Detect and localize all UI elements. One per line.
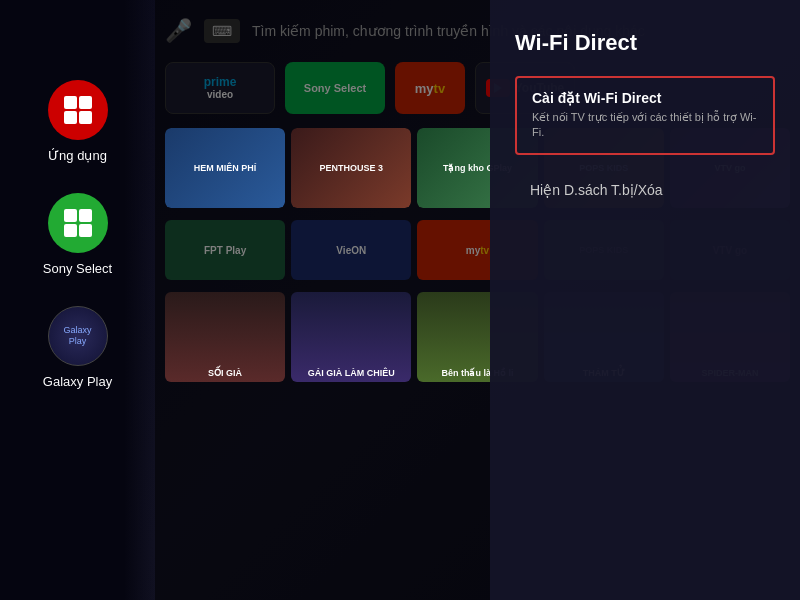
sony-select-tile[interactable]: Sony Select — [285, 62, 385, 114]
grid-icon — [64, 96, 92, 124]
content-card-1[interactable]: HEM MIÊN PHÍ — [165, 128, 285, 208]
prime-video-tile[interactable]: prime video — [165, 62, 275, 114]
mic-icon[interactable]: 🎤 — [165, 18, 192, 44]
galaxy-icon-text: GalaxyPlay — [63, 325, 91, 347]
wifi-panel-title: Wi-Fi Direct — [515, 30, 775, 56]
fpt-play-tile[interactable]: FPT Play — [165, 220, 285, 280]
sidebar-item-sony[interactable]: Sony Select — [43, 193, 112, 276]
sidebar-item-apps[interactable]: Ứng dụng — [48, 80, 108, 163]
movie-label-1: SỐI GIÀ — [208, 368, 242, 378]
keyboard-icon[interactable]: ⌨ — [204, 19, 240, 43]
sony-icon — [48, 193, 108, 253]
wifi-option-setup[interactable]: Cài đặt Wi-Fi Direct Kết nối TV trực tiế… — [515, 76, 775, 155]
mytv-label: mytv — [415, 81, 445, 96]
card-inner-1: HEM MIÊN PHÍ — [165, 128, 285, 208]
card-inner-2: PENTHOUSE 3 — [291, 128, 411, 208]
wifi-option-list[interactable]: Hiện D.sách T.bị/Xóa — [515, 170, 775, 210]
movie-card-2[interactable]: GÁI GIÀ LÀM CHIÊU — [291, 292, 411, 382]
sidebar: Ứng dụng Sony Select GalaxyPlay Galaxy P… — [0, 0, 155, 600]
galaxy-icon: GalaxyPlay — [48, 306, 108, 366]
wifi-option-setup-desc: Kết nối TV trực tiếp với các thiết bị hỗ… — [532, 110, 758, 141]
movie-inner-1: SỐI GIÀ — [165, 292, 285, 382]
wifi-option-setup-title: Cài đặt Wi-Fi Direct — [532, 90, 758, 106]
apps-label: Ứng dụng — [48, 148, 107, 163]
wifi-panel: Wi-Fi Direct Cài đặt Wi-Fi Direct Kết nố… — [490, 0, 800, 600]
prime-logo: prime video — [204, 75, 237, 101]
fpt-label: FPT Play — [204, 245, 246, 256]
content-card-2[interactable]: PENTHOUSE 3 — [291, 128, 411, 208]
movie-card-1[interactable]: SỐI GIÀ — [165, 292, 285, 382]
wifi-option-list-title: Hiện D.sách T.bị/Xóa — [530, 182, 760, 198]
vieon-label: VieON — [336, 245, 366, 256]
card-label-2: PENTHOUSE 3 — [316, 159, 388, 177]
card-label-1: HEM MIÊN PHÍ — [190, 159, 261, 177]
movie-inner-2: GÁI GIÀ LÀM CHIÊU — [291, 292, 411, 382]
movie-label-2: GÁI GIÀ LÀM CHIÊU — [308, 368, 395, 378]
vieon-tile[interactable]: VieON — [291, 220, 411, 280]
mytv-tile[interactable]: mytv — [395, 62, 465, 114]
sony-label: Sony Select — [43, 261, 112, 276]
sony-grid-icon — [64, 209, 92, 237]
sony-select-label: Sony Select — [304, 82, 366, 94]
sidebar-item-galaxy[interactable]: GalaxyPlay Galaxy Play — [43, 306, 112, 389]
tv-screen: 🎤 ⌨ Tìm kiếm phim, chương trình truyền h… — [0, 0, 800, 600]
mytv2-label: mytv — [466, 245, 489, 256]
apps-icon — [48, 80, 108, 140]
galaxy-label: Galaxy Play — [43, 374, 112, 389]
